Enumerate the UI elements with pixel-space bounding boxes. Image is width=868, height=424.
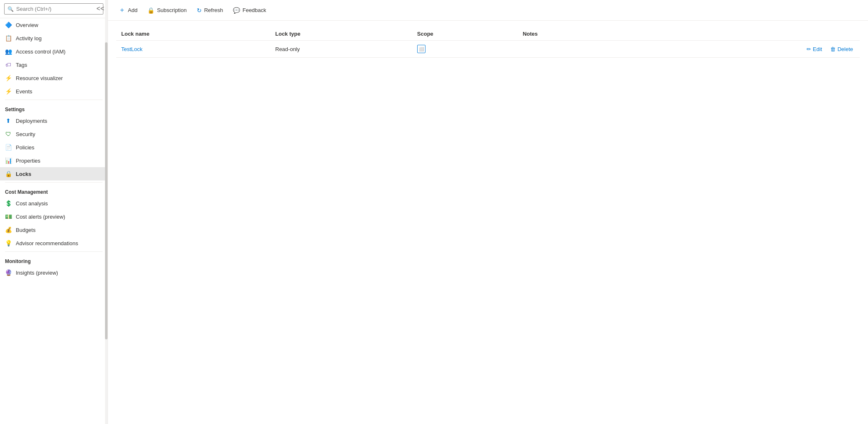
sidebar-item-cost-alerts[interactable]: 💵 Cost alerts (preview) (0, 210, 108, 223)
monitoring-section-label: Monitoring (0, 253, 108, 266)
sidebar-item-advisor-recommendations[interactable]: 💡 Advisor recommendations (0, 236, 108, 250)
search-input[interactable] (4, 3, 103, 15)
security-icon: 🛡 (5, 131, 12, 137)
resource-visualizer-icon: ⚡ (5, 75, 12, 81)
search-container: 🔍 (0, 0, 108, 18)
table-area: Lock name Lock type Scope Notes TestLock… (108, 21, 868, 424)
subscription-label: Subscription (157, 7, 187, 13)
sidebar-item-events[interactable]: ⚡ Events (0, 85, 108, 98)
sidebar-item-label: Access control (IAM) (16, 49, 66, 55)
locks-icon: 🔒 (5, 171, 12, 177)
scrollbar-track (105, 0, 108, 424)
sidebar-item-label: Properties (16, 158, 40, 164)
sidebar-item-label: Policies (16, 144, 34, 151)
locks-table: Lock name Lock type Scope Notes TestLock… (116, 27, 860, 58)
activity-log-icon: 📋 (5, 35, 12, 41)
sidebar-item-label: Deployments (16, 118, 47, 124)
budgets-icon: 💰 (5, 227, 12, 233)
col-actions (619, 27, 860, 41)
scope-cell: ⬜ (412, 41, 518, 58)
sidebar-item-deployments[interactable]: ⬆ Deployments (0, 114, 108, 127)
refresh-button[interactable]: ↻ Refresh (193, 5, 227, 16)
col-lock-type: Lock type (270, 27, 412, 41)
events-icon: ⚡ (5, 88, 12, 95)
lock-name-cell: TestLock (116, 41, 270, 58)
sidebar-item-insights[interactable]: 🔮 Insights (preview) (0, 266, 108, 279)
sidebar: 🔍 << 🔷 Overview 📋 Activity log 👥 Access … (0, 0, 108, 424)
deployments-icon: ⬆ (5, 117, 12, 124)
delete-icon: 🗑 (830, 46, 836, 52)
sidebar-item-activity-log[interactable]: 📋 Activity log (0, 32, 108, 45)
col-lock-name: Lock name (116, 27, 270, 41)
sidebar-item-cost-analysis[interactable]: 💲 Cost analysis (0, 197, 108, 210)
lock-type-cell: Read-only (270, 41, 412, 58)
sidebar-item-overview[interactable]: 🔷 Overview (0, 18, 108, 32)
cost-management-divider (5, 182, 103, 183)
add-button[interactable]: ＋ Add (115, 3, 142, 17)
sidebar-item-label: Cost analysis (16, 200, 48, 207)
notes-cell (518, 41, 619, 58)
scope-icon: ⬜ (417, 45, 425, 53)
monitoring-divider (5, 251, 103, 252)
sidebar-item-label: Tags (16, 62, 27, 68)
overview-icon: 🔷 (5, 22, 12, 28)
edit-icon: ✏ (807, 46, 811, 52)
subscription-button[interactable]: 🔒 Subscription (143, 5, 191, 16)
sidebar-nav: 🔷 Overview 📋 Activity log 👥 Access contr… (0, 18, 108, 424)
toolbar: ＋ Add 🔒 Subscription ↻ Refresh 💬 Feedbac… (108, 0, 868, 21)
refresh-icon: ↻ (197, 7, 202, 14)
delete-label: Delete (837, 46, 853, 52)
sidebar-item-label: Budgets (16, 227, 36, 233)
cost-analysis-icon: 💲 (5, 200, 12, 207)
advisor-icon: 💡 (5, 240, 12, 246)
lock-name-link[interactable]: TestLock (121, 46, 142, 52)
subscription-icon: 🔒 (147, 7, 154, 14)
policies-icon: 📄 (5, 144, 12, 151)
insights-icon: 🔮 (5, 269, 12, 276)
settings-divider (5, 100, 103, 100)
sidebar-item-label: Locks (16, 171, 32, 177)
table-header-row: Lock name Lock type Scope Notes (116, 27, 860, 41)
feedback-label: Feedback (242, 7, 266, 13)
sidebar-item-label: Overview (16, 22, 38, 28)
main-content: ＋ Add 🔒 Subscription ↻ Refresh 💬 Feedbac… (108, 0, 868, 424)
col-scope: Scope (412, 27, 518, 41)
cost-alerts-icon: 💵 (5, 213, 12, 220)
sidebar-item-access-control[interactable]: 👥 Access control (IAM) (0, 45, 108, 58)
sidebar-item-security[interactable]: 🛡 Security (0, 127, 108, 141)
edit-button[interactable]: ✏ Edit (805, 45, 824, 53)
edit-label: Edit (813, 46, 822, 52)
settings-section-label: Settings (0, 102, 108, 114)
sidebar-item-label: Cost alerts (preview) (16, 214, 65, 220)
row-actions: ✏ Edit 🗑 Delete (623, 45, 855, 53)
sidebar-item-label: Security (16, 131, 35, 137)
actions-cell: ✏ Edit 🗑 Delete (619, 41, 860, 58)
properties-icon: 📊 (5, 157, 12, 164)
delete-button[interactable]: 🗑 Delete (829, 45, 855, 53)
feedback-icon: 💬 (233, 7, 240, 14)
col-notes: Notes (518, 27, 619, 41)
access-control-icon: 👥 (5, 48, 12, 55)
sidebar-item-label: Events (16, 88, 32, 95)
tags-icon: 🏷 (5, 61, 12, 68)
sidebar-item-policies[interactable]: 📄 Policies (0, 141, 108, 154)
cost-management-section-label: Cost Management (0, 184, 108, 197)
sidebar-item-budgets[interactable]: 💰 Budgets (0, 223, 108, 236)
table-row: TestLock Read-only ⬜ ✏ Edit (116, 41, 860, 58)
refresh-label: Refresh (204, 7, 223, 13)
sidebar-item-label: Activity log (16, 35, 42, 41)
scrollbar-thumb[interactable] (105, 42, 108, 339)
sidebar-item-tags[interactable]: 🏷 Tags (0, 58, 108, 71)
sidebar-item-label: Advisor recommendations (16, 240, 78, 246)
sidebar-item-locks[interactable]: 🔒 Locks (0, 167, 108, 180)
feedback-button[interactable]: 💬 Feedback (229, 5, 270, 16)
sidebar-item-label: Resource visualizer (16, 75, 63, 81)
sidebar-item-resource-visualizer[interactable]: ⚡ Resource visualizer (0, 71, 108, 85)
sidebar-item-properties[interactable]: 📊 Properties (0, 154, 108, 167)
add-icon: ＋ (119, 6, 125, 15)
sidebar-item-label: Insights (preview) (16, 270, 58, 276)
add-label: Add (128, 7, 137, 13)
